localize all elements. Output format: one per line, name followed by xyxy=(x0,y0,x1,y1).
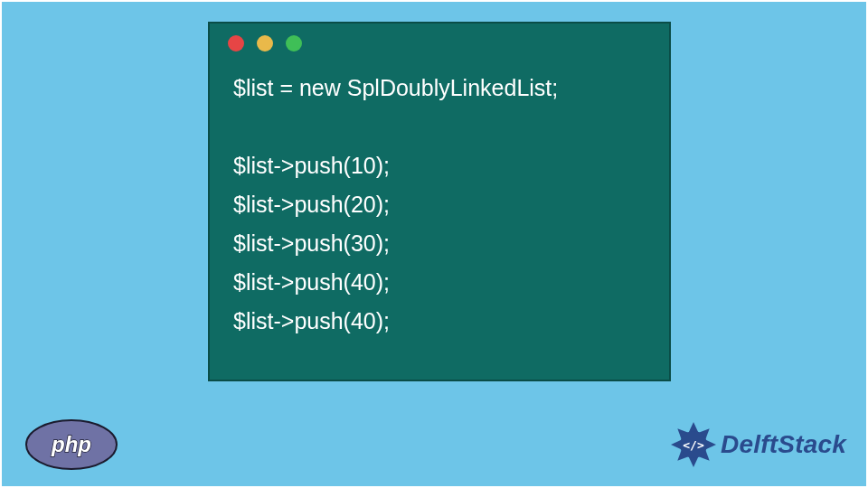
php-logo: php xyxy=(25,419,118,470)
delftstack-label: DelftStack xyxy=(721,430,846,459)
delftstack-gear-icon: </> xyxy=(670,421,717,468)
code-window: $list = new SplDoublyLinkedList; $list->… xyxy=(208,22,671,381)
php-logo-icon: php xyxy=(25,419,118,470)
maximize-icon xyxy=(286,35,302,52)
minimize-icon xyxy=(257,35,273,52)
slide-canvas: $list = new SplDoublyLinkedList; $list->… xyxy=(2,2,866,486)
window-titlebar xyxy=(210,23,669,63)
delftstack-logo: </> DelftStack xyxy=(670,421,846,468)
close-icon xyxy=(228,35,244,52)
svg-text:</>: </> xyxy=(683,438,704,452)
code-block: $list = new SplDoublyLinkedList; $list->… xyxy=(210,63,669,341)
php-logo-text: php xyxy=(51,432,91,456)
